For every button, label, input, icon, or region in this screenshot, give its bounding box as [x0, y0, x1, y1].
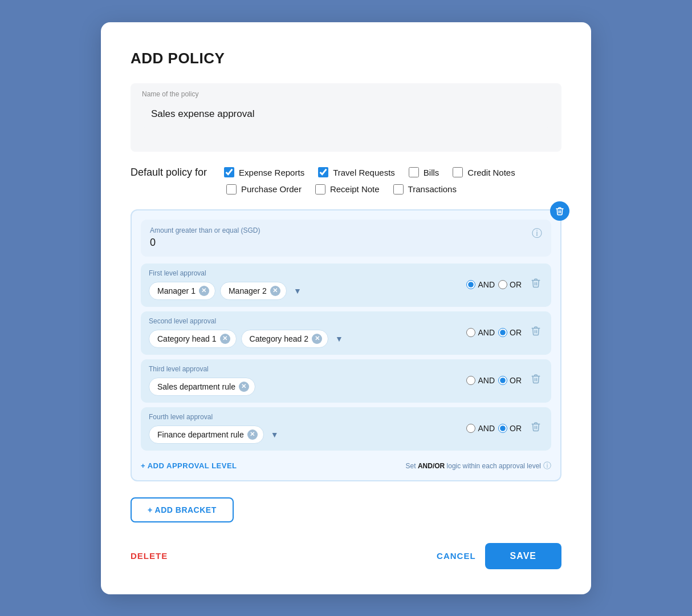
first-level-delete[interactable]: [528, 275, 543, 293]
tag-categoryhead1: Category head 1 ✕: [149, 330, 237, 348]
second-level-label: Second level approval: [149, 317, 459, 325]
bracket-footer: + ADD APPROVAL LEVEL Set AND/OR logic wi…: [132, 455, 560, 471]
checkbox-transactions[interactable]: Transactions: [393, 184, 457, 194]
checkbox-travel-requests-input[interactable]: [318, 167, 328, 177]
amount-label: Amount greater than or equal (SGD): [150, 226, 260, 234]
third-level-or-radio[interactable]: OR: [498, 376, 522, 385]
policy-name-input[interactable]: [141, 100, 551, 128]
fourth-level-delete[interactable]: [528, 419, 543, 437]
first-level-and-or: AND OR: [466, 280, 522, 289]
tag-manager1-text: Manager 1: [157, 286, 196, 295]
first-level-label: First level approval: [149, 269, 459, 277]
policy-name-wrapper: Name of the policy: [131, 83, 561, 152]
cancel-button[interactable]: CANCEL: [437, 551, 476, 561]
second-level-and-or: AND OR: [466, 328, 522, 337]
checkbox-bills-input[interactable]: [409, 167, 419, 177]
checkbox-transactions-input[interactable]: [393, 184, 404, 194]
fourth-level-and-radio[interactable]: AND: [466, 424, 495, 433]
fourth-level-or-radio[interactable]: OR: [498, 424, 522, 433]
checkbox-credit-notes-input[interactable]: [453, 167, 463, 177]
default-policy-section: Default policy for Expense Reports Trave…: [131, 167, 561, 194]
modal-footer: DELETE CANCEL SAVE: [131, 543, 561, 569]
checkbox-credit-notes-label: Credit Notes: [467, 168, 515, 177]
checkbox-travel-requests-label: Travel Requests: [333, 168, 395, 177]
first-level-tags: Manager 1 ✕ Manager 2 ✕ ▼: [149, 282, 459, 300]
checkbox-bills[interactable]: Bills: [409, 167, 439, 177]
delete-button[interactable]: DELETE: [131, 551, 168, 561]
tag-categoryhead1-text: Category head 1: [157, 334, 217, 343]
checkbox-transactions-label: Transactions: [408, 184, 457, 194]
second-level-delete[interactable]: [528, 323, 543, 341]
fourth-level-and-or: AND OR: [466, 424, 522, 433]
tag-finance-dept: Finance department rule ✕: [149, 425, 264, 444]
second-level-content: Second level approval Category head 1 ✕ …: [149, 317, 459, 348]
fourth-level-tags: Finance department rule ✕ ▼: [149, 425, 459, 444]
tag-sales-dept-remove[interactable]: ✕: [239, 382, 249, 392]
approval-level-fourth: Fourth level approval Finance department…: [141, 407, 551, 451]
add-policy-modal: ADD POLICY Name of the policy Default po…: [101, 22, 591, 594]
first-level-content: First level approval Manager 1 ✕ Manager…: [149, 269, 459, 300]
second-level-and-radio[interactable]: AND: [466, 328, 495, 337]
and-or-hint-text: Set AND/OR logic within each approval le…: [406, 462, 541, 470]
third-level-delete[interactable]: [528, 371, 543, 389]
checkbox-receipt-note[interactable]: Receipt Note: [315, 184, 380, 194]
first-level-or-radio[interactable]: OR: [498, 280, 522, 289]
and-or-hint-info-icon[interactable]: ⓘ: [543, 461, 551, 471]
tag-sales-dept: Sales department rule ✕: [149, 378, 255, 396]
tag-manager2-remove[interactable]: ✕: [270, 286, 280, 296]
amount-content: Amount greater than or equal (SGD) 0: [150, 226, 260, 249]
checkbox-purchase-order[interactable]: Purchase Order: [226, 184, 302, 194]
first-level-dropdown[interactable]: ▼: [291, 284, 304, 298]
amount-field-wrapper: Amount greater than or equal (SGD) 0 ⓘ: [141, 220, 551, 257]
checkbox-purchase-order-input[interactable]: [226, 184, 237, 194]
approval-level-third: Third level approval Sales department ru…: [141, 359, 551, 403]
tag-categoryhead2-remove[interactable]: ✕: [312, 334, 322, 344]
modal-title: ADD POLICY: [131, 50, 561, 67]
tag-finance-dept-remove[interactable]: ✕: [247, 429, 258, 440]
checkbox-expense-reports[interactable]: Expense Reports: [224, 167, 304, 177]
tag-manager2-text: Manager 2: [229, 286, 267, 295]
checkbox-travel-requests[interactable]: Travel Requests: [318, 167, 395, 177]
fourth-level-label: Fourth level approval: [149, 413, 459, 421]
tag-manager1: Manager 1 ✕: [149, 282, 215, 300]
approval-level-first: First level approval Manager 1 ✕ Manager…: [141, 264, 551, 307]
tag-finance-dept-text: Finance department rule: [157, 430, 244, 439]
second-level-or-radio[interactable]: OR: [498, 328, 522, 337]
checkbox-expense-reports-label: Expense Reports: [239, 168, 304, 177]
checkbox-purchase-order-label: Purchase Order: [241, 184, 302, 194]
third-level-and-or: AND OR: [466, 376, 522, 385]
checkbox-expense-reports-input[interactable]: [224, 167, 234, 177]
third-level-tags: Sales department rule ✕: [149, 378, 459, 396]
bracket-delete-button[interactable]: [550, 201, 569, 221]
footer-right: CANCEL SAVE: [437, 543, 561, 569]
tag-categoryhead2: Category head 2 ✕: [241, 330, 329, 348]
third-level-content: Third level approval Sales department ru…: [149, 365, 459, 396]
checkbox-receipt-note-input[interactable]: [315, 184, 325, 194]
and-or-hint: Set AND/OR logic within each approval le…: [406, 461, 551, 471]
default-policy-label: Default policy for: [131, 167, 207, 179]
third-level-and-radio[interactable]: AND: [466, 376, 495, 385]
checkbox-receipt-note-label: Receipt Note: [330, 184, 380, 194]
tag-sales-dept-text: Sales department rule: [157, 382, 235, 391]
checkbox-credit-notes[interactable]: Credit Notes: [453, 167, 515, 177]
third-level-label: Third level approval: [149, 365, 459, 373]
approval-level-second: Second level approval Category head 1 ✕ …: [141, 311, 551, 355]
tag-categoryhead1-remove[interactable]: ✕: [220, 334, 230, 344]
fourth-level-content: Fourth level approval Finance department…: [149, 413, 459, 444]
policy-name-label: Name of the policy: [141, 90, 551, 98]
fourth-level-dropdown[interactable]: ▼: [268, 428, 281, 441]
first-level-and-radio[interactable]: AND: [466, 280, 495, 289]
tag-manager2: Manager 2 ✕: [220, 282, 287, 300]
default-policy-row-1: Default policy for Expense Reports Trave…: [131, 167, 561, 179]
tag-categoryhead2-text: Category head 2: [250, 334, 309, 343]
tag-manager1-remove[interactable]: ✕: [199, 286, 209, 296]
policy-bracket: Amount greater than or equal (SGD) 0 ⓘ F…: [131, 209, 561, 481]
save-button[interactable]: SAVE: [485, 543, 561, 569]
second-level-tags: Category head 1 ✕ Category head 2 ✕ ▼: [149, 330, 459, 348]
add-bracket-button[interactable]: + ADD BRACKET: [131, 497, 234, 522]
add-approval-level-button[interactable]: + ADD APPROVAL LEVEL: [141, 461, 237, 470]
checkbox-bills-label: Bills: [424, 168, 439, 177]
amount-value: 0: [150, 237, 156, 248]
amount-info-icon[interactable]: ⓘ: [532, 226, 542, 240]
second-level-dropdown[interactable]: ▼: [333, 332, 345, 346]
